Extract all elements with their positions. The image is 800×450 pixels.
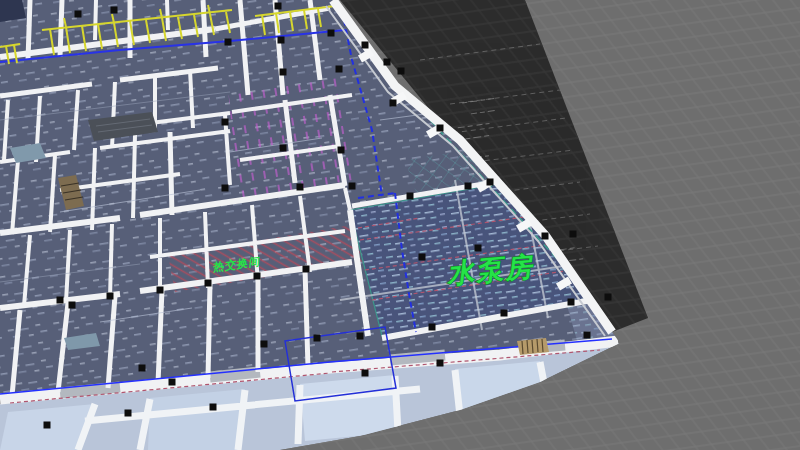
selection-grip[interactable] [125,410,132,417]
selection-grip[interactable] [75,11,82,18]
selection-grip[interactable] [542,233,549,240]
selection-grip[interactable] [111,7,118,14]
selection-grip[interactable] [57,297,64,304]
selection-grip[interactable] [169,379,176,386]
selection-grip[interactable] [465,183,472,190]
selection-grip[interactable] [254,273,261,280]
selection-grip[interactable] [280,145,287,152]
selection-grip[interactable] [362,42,369,49]
selection-grip[interactable] [338,147,345,154]
selection-grip[interactable] [261,341,268,348]
selection-grip[interactable] [336,66,343,73]
selection-grip[interactable] [429,324,436,331]
selection-grip[interactable] [205,280,212,287]
selection-grip[interactable] [278,37,285,44]
selection-grip[interactable] [390,100,397,107]
selection-grip[interactable] [222,185,229,192]
selection-grip[interactable] [419,254,426,261]
selection-grip[interactable] [139,365,146,372]
selection-grip[interactable] [407,193,414,200]
selection-grip[interactable] [437,125,444,132]
selection-grip[interactable] [280,69,287,76]
selection-grip[interactable] [384,59,391,66]
selection-grip[interactable] [210,404,217,411]
selection-grip[interactable] [605,294,612,301]
selection-grip[interactable] [107,293,114,300]
selection-grip[interactable] [362,370,369,377]
selection-grip[interactable] [69,302,76,309]
model-viewport[interactable]: 水泵房 热交换间 [0,0,800,450]
selection-grip[interactable] [275,3,282,10]
selection-grip[interactable] [398,68,405,75]
selection-grip[interactable] [584,332,591,339]
selection-grip[interactable] [487,179,494,186]
selection-grip[interactable] [437,360,444,367]
3d-scene-canvas[interactable]: 水泵房 热交换间 [0,0,800,450]
selection-grip[interactable] [225,39,232,46]
selection-grip[interactable] [314,335,321,342]
selection-grip[interactable] [349,183,356,190]
selection-grip[interactable] [222,119,229,126]
selection-grip[interactable] [568,299,575,306]
selection-grip[interactable] [44,422,51,429]
selection-grip[interactable] [357,333,364,340]
selection-grip[interactable] [303,266,310,273]
selection-grip[interactable] [297,184,304,191]
selection-grip[interactable] [157,287,164,294]
selection-grip[interactable] [570,231,577,238]
selection-grip[interactable] [501,310,508,317]
selection-grip[interactable] [328,30,335,37]
selection-grip[interactable] [475,245,482,252]
